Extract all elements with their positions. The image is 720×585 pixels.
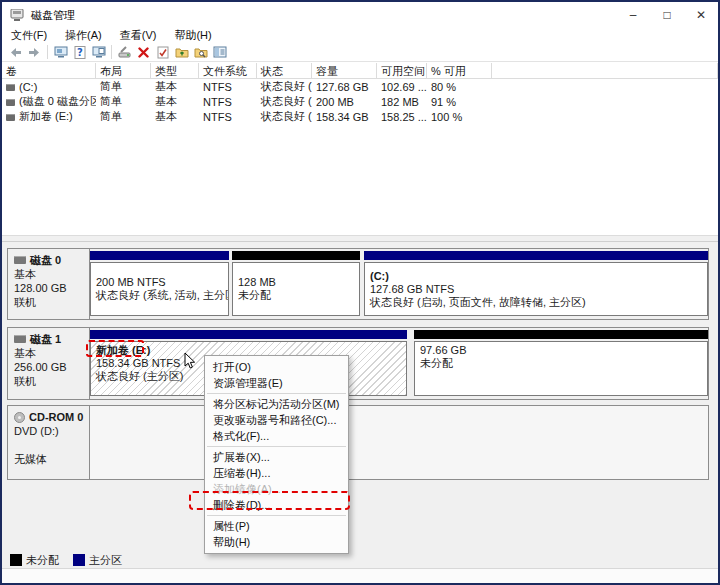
col-type[interactable]: 类型 [151, 63, 199, 79]
cell-capacity: 127.68 GB [312, 81, 377, 93]
col-status[interactable]: 状态 [257, 63, 312, 79]
partition-status: 未分配 [420, 357, 702, 370]
cell-capacity: 200 MB [312, 96, 377, 108]
menu-view[interactable]: 查看(V) [111, 28, 166, 43]
partition-unallocated-128mb[interactable]: 128 MB 未分配 [232, 251, 360, 316]
disk-management-window: 磁盘管理 – □ ✕ 文件(F) 操作(A) 查看(V) 帮助(H) ? [0, 0, 720, 585]
status-bar [2, 568, 718, 583]
table-row[interactable]: (C:) 简单 基本 NTFS 状态良好 (... 127.68 GB 102.… [2, 79, 718, 94]
search-folder-icon[interactable] [191, 44, 210, 61]
window-title: 磁盘管理 [31, 8, 75, 23]
cell-fs: NTFS [199, 111, 257, 123]
back-icon[interactable] [6, 44, 25, 61]
menu-item-help[interactable]: 帮助(H) [205, 534, 348, 550]
cdrom-label[interactable]: CD-ROM 0 DVD (D:) 无媒体 [8, 406, 90, 479]
col-free-space[interactable]: 可用空间 [377, 63, 427, 79]
legend-label: 主分区 [89, 553, 122, 568]
pane-splitter[interactable] [2, 235, 718, 242]
disk-status: 联机 [14, 374, 84, 388]
menu-file[interactable]: 文件(F) [2, 28, 56, 43]
menu-item-open[interactable]: 打开(O) [205, 359, 348, 375]
col-capacity[interactable]: 容量 [312, 63, 377, 79]
partition-unallocated-97gb[interactable]: 97.66 GB 未分配 [414, 330, 708, 396]
col-volume[interactable]: 卷 [2, 63, 96, 79]
partition-bar [90, 251, 229, 260]
disk-1-row: 磁盘 1 基本 256.00 GB 联机 新加卷 (E:) 158.34 GB … [7, 327, 709, 400]
cell-status: 状态良好 (... [257, 94, 312, 109]
partition-c[interactable]: (C:) 127.68 GB NTFS 状态良好 (启动, 页面文件, 故障转储… [364, 251, 708, 316]
title-bar: 磁盘管理 – □ ✕ [2, 2, 718, 28]
cell-type: 基本 [151, 79, 199, 94]
menu-separator [207, 446, 346, 447]
col-spacer [492, 63, 718, 79]
help-icon[interactable]: ? [70, 44, 89, 61]
menu-item-explorer[interactable]: 资源管理器(E) [205, 375, 348, 391]
menu-action[interactable]: 操作(A) [56, 28, 111, 43]
menu-bar: 文件(F) 操作(A) 查看(V) 帮助(H) [2, 28, 718, 43]
partition-system[interactable]: 200 MB NTFS 状态良好 (系统, 活动, 主分区) [90, 251, 229, 316]
cell-status: 状态良好 (... [257, 109, 312, 124]
menu-item-format[interactable]: 格式化(F)... [205, 428, 348, 444]
app-icon [10, 9, 25, 22]
toolbar-separator [111, 45, 112, 59]
menu-item-properties[interactable]: 属性(P) [205, 518, 348, 534]
menu-separator [207, 515, 346, 516]
col-filesystem[interactable]: 文件系统 [199, 63, 257, 79]
menu-item-change-letter[interactable]: 更改驱动器号和路径(C)... [205, 412, 348, 428]
cell-type: 基本 [151, 109, 199, 124]
partition-status: 状态良好 (系统, 活动, 主分区) [96, 289, 223, 302]
close-button[interactable]: ✕ [684, 2, 718, 28]
action-pane-icon[interactable] [89, 44, 108, 61]
toolbar-separator [47, 45, 48, 59]
cell-layout: 简单 [96, 109, 151, 124]
partition-status: 未分配 [238, 289, 354, 302]
highlight-volume-e [86, 340, 144, 357]
graphical-view: 磁盘 0 基本 128.00 GB 联机 200 MB NTFS 状态良好 (系… [2, 242, 718, 552]
cell-layout: 简单 [96, 79, 151, 94]
disk-0-row: 磁盘 0 基本 128.00 GB 联机 200 MB NTFS 状态良好 (系… [7, 248, 709, 320]
menu-help[interactable]: 帮助(H) [165, 28, 220, 43]
cell-volume: (C:) [19, 81, 37, 93]
maximize-button[interactable]: □ [650, 2, 684, 28]
check-doc-icon[interactable] [153, 44, 172, 61]
menu-item-mark-active[interactable]: 将分区标记为活动分区(M) [205, 396, 348, 412]
disk-icon [14, 335, 26, 343]
legend-primary-partition: 主分区 [73, 553, 122, 568]
cell-pct: 91 % [427, 96, 492, 108]
console-tree-icon[interactable] [51, 44, 70, 61]
col-layout[interactable]: 布局 [96, 63, 151, 79]
cell-layout: 简单 [96, 94, 151, 109]
menu-item-shrink-volume[interactable]: 压缩卷(H)... [205, 465, 348, 481]
volume-icon [6, 84, 15, 91]
disk-0-label[interactable]: 磁盘 0 基本 128.00 GB 联机 [8, 249, 90, 319]
disk-name: 磁盘 0 [30, 253, 61, 267]
cd-icon [14, 412, 25, 423]
cell-pct: 80 % [427, 81, 492, 93]
partition-size: 127.68 GB NTFS [370, 283, 702, 296]
cell-free: 102.69 ... [377, 81, 427, 93]
delete-icon[interactable] [134, 44, 153, 61]
properties-icon[interactable] [210, 44, 229, 61]
primary-partition-swatch [73, 554, 85, 566]
table-row[interactable]: 新加卷 (E:) 简单 基本 NTFS 状态良好 (... 158.34 GB … [2, 109, 718, 124]
disk-size: 128.00 GB [14, 281, 84, 295]
minimize-button[interactable]: – [616, 2, 650, 28]
open-folder-icon[interactable] [172, 44, 191, 61]
volume-icon [6, 99, 15, 106]
table-row[interactable]: (磁盘 0 磁盘分区 1) 简单 基本 NTFS 状态良好 (... 200 M… [2, 94, 718, 109]
device-icon[interactable] [115, 44, 134, 61]
cursor-icon [184, 352, 196, 372]
context-menu: 打开(O) 资源管理器(E) 将分区标记为活动分区(M) 更改驱动器号和路径(C… [204, 355, 349, 554]
disk-status: 联机 [14, 295, 84, 309]
disk-1-label[interactable]: 磁盘 1 基本 256.00 GB 联机 [8, 328, 90, 399]
legend: 未分配 主分区 [2, 552, 718, 568]
disk-type: 基本 [14, 346, 84, 360]
menu-item-extend-volume[interactable]: 扩展卷(X)... [205, 449, 348, 465]
cdrom-media: 无媒体 [14, 452, 84, 466]
col-pct-free[interactable]: % 可用 [427, 63, 492, 79]
cell-volume: 新加卷 (E:) [19, 110, 73, 122]
partition-bar [90, 330, 407, 339]
cell-pct: 100 % [427, 111, 492, 123]
legend-label: 未分配 [26, 553, 59, 568]
forward-icon[interactable] [25, 44, 44, 61]
